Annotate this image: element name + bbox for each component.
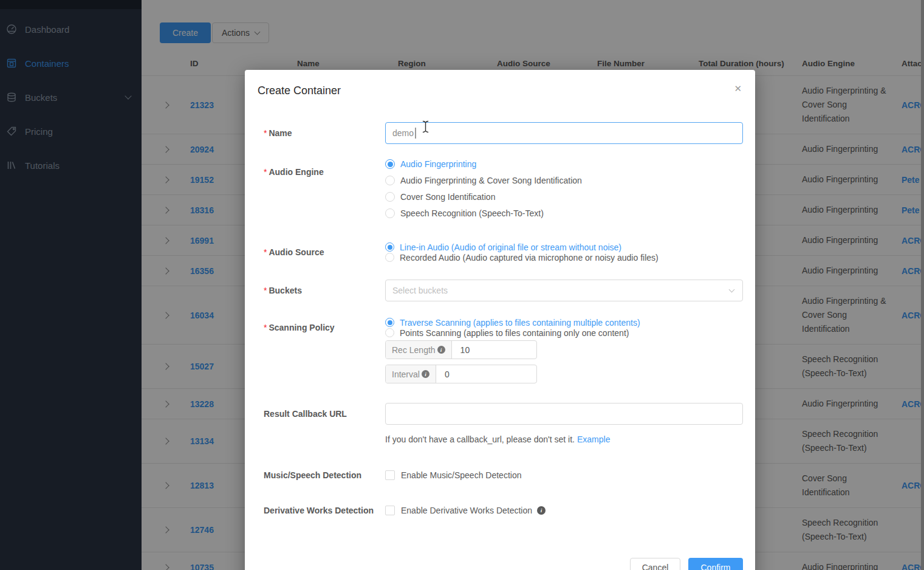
- callback-url-label: Result Callback URL: [264, 403, 385, 444]
- audio-engine-label: *Audio Engine: [264, 158, 385, 224]
- rec-length-input[interactable]: 10: [452, 341, 536, 359]
- name-label: *Name: [264, 128, 385, 138]
- music-speech-checkbox-line: Enable Music/Speech Detection: [385, 470, 743, 480]
- music-speech-row: Music/Speech Detection Enable Music/Spee…: [264, 470, 743, 480]
- radio-icon: [385, 208, 395, 218]
- modal-title: Create Container: [258, 84, 741, 97]
- radio-line-in-audio[interactable]: Line-in Audio (Audio of original file or…: [385, 242, 743, 252]
- music-speech-checkbox[interactable]: [385, 470, 395, 480]
- derivative-works-label: Derivative Works Detection: [264, 506, 385, 515]
- callback-url-input[interactable]: [385, 403, 743, 425]
- buckets-select[interactable]: Select buckets: [385, 280, 743, 301]
- scanning-policy-label: *Scanning Policy: [264, 317, 385, 383]
- radio-icon: [385, 192, 395, 202]
- rec-length-group: Rec Length 10: [385, 340, 537, 359]
- required-mark: *: [264, 286, 267, 295]
- required-mark: *: [264, 167, 267, 177]
- rec-length-addon: Rec Length: [386, 341, 452, 359]
- radio-audio-fingerprinting[interactable]: Audio Fingerprinting: [385, 158, 743, 170]
- radio-icon: [385, 176, 395, 185]
- radio-icon: [385, 328, 394, 337]
- radio-recorded-audio[interactable]: Recorded Audio (Audio captured via micro…: [385, 252, 743, 263]
- buckets-row: *Buckets Select buckets: [264, 280, 743, 301]
- modal-header: Create Container ✕: [245, 70, 755, 109]
- scanning-policy-row: *Scanning Policy Traverse Scanning (appl…: [264, 317, 743, 383]
- audio-engine-row: *Audio Engine Audio Fingerprinting Audio…: [264, 158, 743, 224]
- info-icon: [437, 346, 445, 354]
- callback-help-text: If you don't have a callback_url, please…: [385, 434, 743, 444]
- callback-url-row: Result Callback URL If you don't have a …: [264, 403, 743, 444]
- radio-selected-icon: [385, 242, 394, 252]
- interval-addon: Interval: [386, 365, 436, 383]
- confirm-button[interactable]: Confirm: [688, 558, 743, 570]
- close-icon[interactable]: ✕: [734, 84, 742, 93]
- name-input[interactable]: demo: [385, 122, 743, 144]
- radio-selected-icon: [385, 159, 395, 169]
- radio-selected-icon: [385, 318, 394, 327]
- example-link[interactable]: Example: [577, 434, 610, 444]
- radio-cover-song[interactable]: Cover Song Identification: [385, 191, 743, 203]
- text-caret: [415, 128, 416, 139]
- chevron-down-icon: [729, 287, 735, 293]
- info-icon: [422, 370, 429, 378]
- buckets-label: *Buckets: [264, 286, 385, 295]
- radio-traverse-scanning[interactable]: Traverse Scanning (applies to files cont…: [385, 317, 743, 328]
- name-input-value: demo: [392, 128, 414, 138]
- derivative-works-row: Derivative Works Detection Enable Deriva…: [264, 506, 743, 515]
- name-field-row: *Name demo: [264, 122, 743, 144]
- interval-group: Interval 0: [385, 365, 537, 383]
- interval-input[interactable]: 0: [436, 365, 536, 383]
- create-container-modal: Create Container ✕ *Name demo *Audio Eng…: [245, 70, 755, 570]
- required-mark: *: [264, 247, 267, 257]
- app-root: Dashboard Containers Buckets: [0, 0, 924, 570]
- required-mark: *: [264, 323, 267, 332]
- radio-points-scanning[interactable]: Points Scanning (applies to files contai…: [385, 328, 743, 338]
- radio-speech-recognition[interactable]: Speech Recognition (Speech-To-Text): [385, 207, 743, 219]
- audio-source-label: *Audio Source: [264, 242, 385, 263]
- audio-source-row: *Audio Source Line-in Audio (Audio of or…: [264, 242, 743, 263]
- music-speech-label: Music/Speech Detection: [264, 470, 385, 480]
- derivative-works-checkbox-line: Enable Derivative Works Detection: [385, 506, 743, 515]
- modal-footer: Cancel Confirm: [245, 558, 755, 570]
- radio-icon: [385, 253, 394, 262]
- required-mark: *: [264, 128, 267, 138]
- cancel-button[interactable]: Cancel: [630, 558, 680, 570]
- info-icon[interactable]: [537, 506, 546, 515]
- buckets-select-placeholder: Select buckets: [392, 286, 448, 295]
- derivative-works-checkbox[interactable]: [385, 506, 395, 515]
- radio-af-cover-song[interactable]: Audio Fingerprinting & Cover Song Identi…: [385, 174, 743, 187]
